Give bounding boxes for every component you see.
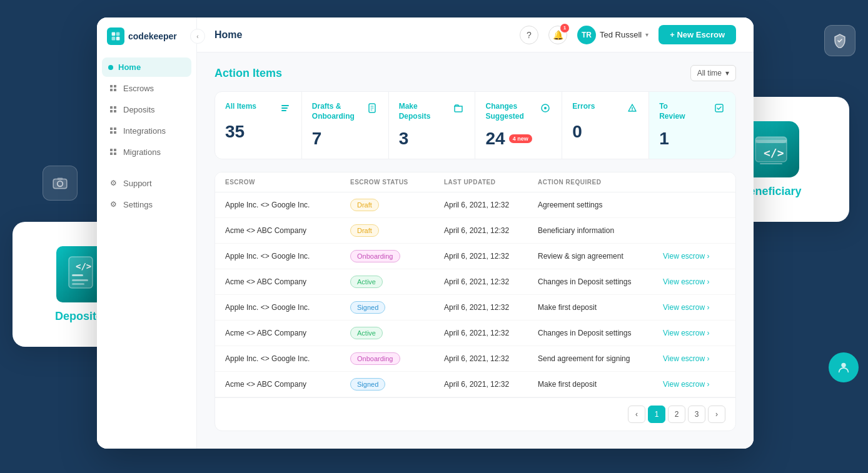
card-drafts[interactable]: Drafts &Onboarding 7 (302, 92, 389, 159)
help-button[interactable]: ? (520, 26, 538, 44)
status-badge: Signed (350, 378, 385, 391)
deco-camera (43, 166, 78, 201)
card-changes-label: ChangesSuggested (485, 102, 523, 121)
escrow-name: Apple Inc. <> Google Inc. (225, 354, 350, 363)
svg-rect-34 (281, 105, 289, 106)
svg-rect-2 (58, 177, 63, 179)
notification-badge: 1 (560, 24, 569, 32)
svg-rect-24 (110, 110, 113, 112)
view-escrow-link[interactable]: View escrow › (663, 277, 725, 286)
col-escrow: ESCROW (225, 179, 350, 186)
sidebar-item-escrows[interactable]: Escrows (102, 78, 191, 98)
svg-rect-28 (110, 131, 113, 134)
action-required: Review & sign agreement (538, 252, 663, 261)
deposits-icon (108, 104, 118, 114)
last-updated: April 6, 2021, 12:32 (444, 277, 538, 286)
escrow-name: Apple Inc. <> Google Inc. (225, 252, 350, 261)
view-escrow-link[interactable]: View escrow › (663, 354, 725, 363)
card-changes[interactable]: ChangesSuggested 24 4 new (475, 92, 562, 159)
changes-new-badge: 4 new (509, 134, 532, 143)
table-row: Acme <> ABC Company Active April 6, 2021… (215, 321, 735, 346)
action-required: Changes in Deposit settings (538, 329, 663, 337)
svg-text:</>: </> (764, 146, 784, 159)
svg-rect-16 (112, 37, 116, 41)
card-all-items[interactable]: All Items 35 (215, 92, 302, 159)
view-escrow-link[interactable]: View escrow › (663, 303, 725, 312)
table-row: Apple Inc. <> Google Inc. Draft April 6,… (215, 192, 735, 218)
card-changes-value: 24 (485, 129, 505, 149)
sidebar-item-home[interactable]: Home (102, 57, 191, 77)
action-cards: All Items 35 Drafts &Onboarding (214, 91, 736, 159)
time-filter-dropdown[interactable]: All time ▾ (690, 65, 736, 81)
deco-user-badge (829, 352, 859, 382)
table-row: Apple Inc. <> Google Inc. Onboarding Apr… (215, 346, 735, 372)
sidebar-item-deposits[interactable]: Deposits (102, 99, 191, 119)
card-to-review[interactable]: ToReview 1 (649, 92, 735, 159)
integrations-icon (108, 126, 118, 136)
card-deposits[interactable]: MakeDeposits 3 (389, 92, 476, 159)
escrow-name: Acme <> ABC Company (225, 277, 350, 286)
logo-text: codekeeper (128, 31, 177, 41)
sidebar-item-settings[interactable]: ⚙ Settings (102, 194, 191, 214)
sidebar-item-integrations[interactable]: Integrations (102, 121, 191, 141)
main-window: codekeeper ‹ Home Escrows (97, 17, 754, 449)
view-escrow-link[interactable]: View escrow › (663, 252, 725, 261)
new-escrow-button[interactable]: + New Escrow (659, 25, 736, 44)
sidebar-settings-label: Settings (123, 200, 153, 209)
svg-rect-12 (760, 163, 782, 164)
card-deposits-value: 3 (399, 129, 409, 148)
header: Home ? 🔔 1 TR Ted Russell ▾ + New Escrow (197, 17, 754, 52)
table-row: Acme <> ABC Company Signed April 6, 2021… (215, 372, 735, 397)
pagination-next[interactable]: › (708, 406, 725, 423)
card-errors-value: 0 (572, 122, 582, 141)
pagination-page-3[interactable]: 3 (688, 406, 705, 423)
col-action: ACTION REQUIRED (538, 179, 663, 186)
table-row: Acme <> ABC Company Draft April 6, 2021,… (215, 218, 735, 244)
sidebar-nav: Home Escrows Deposits (97, 57, 196, 214)
view-escrow-link[interactable]: View escrow › (663, 329, 725, 337)
table-row: Apple Inc. <> Google Inc. Onboarding Apr… (215, 244, 735, 269)
svg-rect-23 (114, 106, 116, 109)
svg-rect-20 (110, 89, 113, 91)
svg-point-39 (544, 107, 547, 109)
action-required: Beneficiary information (538, 226, 663, 235)
table-row: Acme <> ABC Company Active April 6, 2021… (215, 269, 735, 295)
question-icon: ? (527, 30, 532, 40)
pagination-prev[interactable]: ‹ (628, 406, 645, 423)
user-info[interactable]: TR Ted Russell ▾ (577, 26, 648, 44)
svg-rect-30 (110, 149, 113, 151)
last-updated: April 6, 2021, 12:32 (444, 226, 538, 235)
svg-rect-25 (114, 110, 116, 112)
action-required: Send agreement for signing (538, 354, 663, 363)
pagination-page-1[interactable]: 1 (648, 406, 665, 423)
filter-label: All time (697, 69, 722, 77)
sidebar: codekeeper ‹ Home Escrows (97, 17, 197, 449)
settings-circle-icon (539, 102, 552, 114)
sidebar-escrows-label: Escrows (123, 84, 154, 93)
escrow-table: ESCROW ESCROW STATUS LAST UPDATED ACTION… (214, 172, 736, 431)
col-link (663, 179, 725, 186)
sidebar-migrations-label: Migrations (123, 147, 161, 157)
header-right: ? 🔔 1 TR Ted Russell ▾ + New Escrow (520, 25, 736, 44)
action-required: Make first deposit (538, 303, 663, 312)
support-icon: ⚙ (108, 178, 118, 188)
warning-icon (626, 102, 638, 114)
card-errors-label: Errors (572, 102, 595, 112)
status-badge: Draft (350, 199, 379, 211)
pagination-page-2[interactable]: 2 (668, 406, 685, 423)
sidebar-item-support[interactable]: ⚙ Support (102, 173, 191, 193)
chevron-down-icon: ▾ (645, 31, 648, 38)
scene: </> Depositor </> Beneficiary (0, 0, 868, 473)
view-escrow-link[interactable]: View escrow › (663, 380, 725, 389)
sidebar-support-label: Support (123, 179, 152, 188)
list-icon (279, 102, 291, 114)
card-errors[interactable]: Errors 0 (562, 92, 649, 159)
card-review-value: 1 (659, 129, 669, 148)
sidebar-collapse-btn[interactable]: ‹ (190, 29, 205, 44)
sidebar-item-migrations[interactable]: Migrations (102, 142, 191, 162)
notifications-button[interactable]: 🔔 1 (548, 26, 567, 44)
filter-chevron-icon: ▾ (725, 69, 729, 77)
status-badge: Draft (350, 224, 379, 237)
escrows-icon (108, 83, 118, 93)
escrow-name: Acme <> ABC Company (225, 380, 350, 389)
